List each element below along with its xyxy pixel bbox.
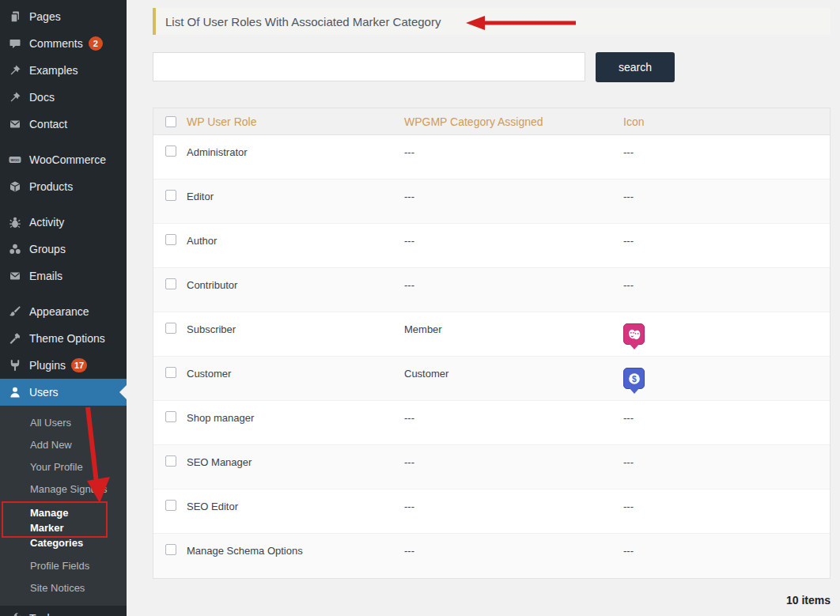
sidebar-item-label: Comments — [29, 37, 83, 50]
pages-icon — [8, 10, 21, 24]
sidebar-item-theme-options[interactable]: Theme Options — [0, 325, 127, 352]
select-all-checkbox[interactable] — [165, 116, 176, 127]
row-checkbox[interactable] — [165, 234, 176, 245]
category-cell: Member — [404, 312, 623, 356]
main-content: List Of User Roles With Associated Marke… — [127, 0, 840, 616]
sidebar-item-label: Plugins — [29, 359, 66, 372]
role-cell: Manage Schema Options — [187, 534, 404, 578]
sidebar-item-products[interactable]: Products — [0, 173, 127, 200]
icon-cell: --- — [623, 224, 830, 267]
member-masks-marker-icon — [623, 323, 645, 345]
category-cell: --- — [404, 224, 623, 267]
envelope-icon — [8, 118, 21, 131]
page-title: List Of User Roles With Associated Marke… — [165, 15, 441, 28]
table-row: Manage Schema Options --- --- — [153, 534, 830, 578]
items-count: 10 items — [153, 594, 831, 607]
customer-dollar-marker-icon: $ — [623, 368, 645, 389]
category-cell: --- — [404, 268, 623, 312]
icon-cell — [623, 312, 830, 356]
sidebar-item-tools[interactable]: Tools — [0, 606, 127, 616]
sidebar-item-woocommerce[interactable]: WOO WooCommerce — [0, 146, 127, 173]
hammer-icon — [8, 332, 21, 346]
role-cell: Author — [187, 224, 404, 267]
row-checkbox[interactable] — [165, 411, 176, 422]
role-cell: Administrator — [187, 135, 404, 179]
comments-icon — [8, 37, 21, 51]
sidebar-item-pages[interactable]: Pages — [0, 3, 127, 30]
icon-cell: --- — [623, 180, 830, 223]
sidebar-item-label: Contact — [29, 118, 67, 130]
wrench-icon — [8, 612, 21, 616]
sidebar-item-activity[interactable]: Activity — [0, 209, 127, 236]
table-row: Editor --- --- — [153, 180, 830, 224]
sidebar-item-plugins[interactable]: Plugins 17 — [0, 352, 127, 379]
row-checkbox[interactable] — [165, 323, 176, 334]
menu-separator — [0, 200, 127, 209]
svg-text:$: $ — [632, 374, 637, 383]
category-cell: --- — [404, 401, 623, 444]
search-input[interactable] — [153, 52, 585, 81]
row-checkbox[interactable] — [165, 500, 176, 511]
admin-sidebar: Pages Comments 2 Examples Docs — [0, 0, 127, 616]
sidebar-item-examples[interactable]: Examples — [0, 57, 127, 84]
sidebar-item-docs[interactable]: Docs — [0, 84, 127, 111]
svg-text:WOO: WOO — [10, 158, 20, 162]
sidebar-item-label: Tools — [29, 612, 55, 616]
menu-separator — [0, 138, 127, 146]
user-icon — [8, 386, 21, 399]
icon-cell: --- — [623, 445, 830, 489]
sidebar-item-label: Theme Options — [29, 332, 105, 345]
sidebar-item-label: Examples — [29, 64, 78, 77]
table-row: Shop manager --- --- — [153, 401, 830, 445]
icon-cell: $ — [623, 357, 830, 400]
comments-count-badge: 2 — [89, 36, 103, 51]
sidebar-item-label: Docs — [29, 91, 55, 104]
sidebar-item-label: Emails — [29, 270, 62, 282]
icon-cell: --- — [623, 489, 830, 533]
sidebar-item-emails[interactable]: Emails — [0, 263, 127, 289]
sidebar-item-users[interactable]: Users — [0, 379, 127, 406]
column-header-icon: Icon — [623, 115, 830, 128]
sidebar-item-label: Activity — [29, 216, 64, 229]
sidebar-item-label: Appearance — [29, 305, 89, 318]
row-checkbox[interactable] — [165, 278, 176, 289]
search-button[interactable]: search — [596, 52, 675, 82]
sidebar-item-label: Products — [29, 180, 73, 193]
user-roles-table: WP User Role WPGMP Category Assigned Ico… — [153, 108, 831, 579]
submenu-item-all-users[interactable]: All Users — [0, 412, 127, 434]
page-title-bar: List Of User Roles With Associated Marke… — [153, 8, 831, 35]
sidebar-item-contact[interactable]: Contact — [0, 111, 127, 138]
row-checkbox[interactable] — [165, 145, 176, 157]
row-checkbox[interactable] — [165, 367, 176, 378]
table-row: SEO Manager --- --- — [153, 445, 830, 489]
submenu-item-site-notices[interactable]: Site Notices — [0, 577, 127, 599]
sidebar-item-groups[interactable]: Groups — [0, 236, 127, 263]
submenu-item-manage-marker-categories[interactable]: Manage Marker Categories — [0, 501, 127, 555]
role-cell: Subscriber — [187, 312, 404, 356]
sidebar-item-appearance[interactable]: Appearance — [0, 298, 127, 325]
groups-icon — [8, 243, 21, 256]
submenu-item-add-new[interactable]: Add New — [0, 434, 127, 456]
sidebar-item-label: WooCommerce — [29, 153, 106, 166]
table-header-row: WP User Role WPGMP Category Assigned Ico… — [153, 108, 830, 135]
role-cell: Contributor — [187, 268, 404, 312]
icon-cell: --- — [623, 534, 830, 578]
submenu-item-your-profile[interactable]: Your Profile — [0, 456, 127, 478]
table-row: Customer Customer $ — [153, 357, 830, 401]
row-checkbox[interactable] — [165, 544, 176, 555]
brush-icon — [8, 305, 21, 319]
sidebar-item-comments[interactable]: Comments 2 — [0, 30, 127, 57]
sidebar-item-label: Groups — [29, 243, 66, 255]
row-checkbox[interactable] — [165, 190, 176, 201]
menu-separator — [0, 289, 127, 298]
table-row: Administrator --- --- — [153, 135, 830, 180]
activity-icon — [8, 216, 21, 229]
role-cell: Editor — [187, 180, 404, 223]
role-cell: SEO Editor — [187, 489, 404, 533]
row-checkbox[interactable] — [165, 455, 176, 467]
active-menu-notch — [119, 385, 127, 399]
pushpin-icon — [8, 64, 21, 77]
column-header-role: WP User Role — [187, 115, 404, 128]
submenu-item-manage-signups[interactable]: Manage Signups — [0, 478, 127, 501]
submenu-item-profile-fields[interactable]: Profile Fields — [0, 555, 127, 577]
